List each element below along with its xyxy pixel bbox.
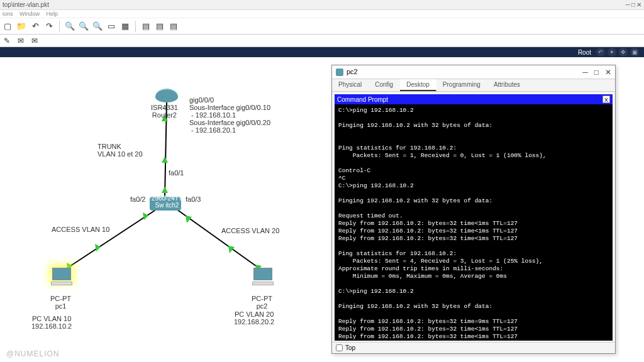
top-checkbox-label: Top [345,344,355,351]
command-prompt-header[interactable]: Command Prompt X [335,94,613,104]
svg-marker-6 [143,212,148,220]
svg-marker-5 [162,187,168,193]
menubar: ions Window Help [0,10,644,18]
pc1-device[interactable] [50,268,74,292]
port-fa01: fa0/1 [169,169,184,177]
zoom-out-icon[interactable]: 🔍 [79,21,89,31]
edit-icon[interactable]: ✎ [3,36,11,45]
pc1-note: PC VLAN 10 192.168.10.2 [31,315,72,330]
router-label: ISR4331Router2 [151,104,178,119]
grid-icon[interactable]: ▦ [120,21,130,31]
separator [135,21,136,32]
port-fa03: fa0/3 [186,195,201,203]
svg-marker-10 [228,246,235,253]
open-icon[interactable]: 📁 [16,21,26,31]
tab-attributes[interactable]: Attributes [487,79,527,91]
nav-layer-icon[interactable]: ▣ [630,48,639,57]
zoom-reset-icon[interactable]: 🔍 [92,21,103,31]
rect-icon[interactable]: ▭ [106,21,116,31]
svg-line-2 [175,208,263,271]
redo-icon[interactable]: ↷ [44,21,54,31]
pc2-label: PC-PTpc2 [252,295,272,310]
minimize-icon[interactable]: ─ [582,68,588,77]
svg-marker-9 [186,216,192,223]
router-device[interactable] [155,89,178,102]
nav-cluster-icon[interactable]: ✦ [608,48,616,57]
new-icon[interactable]: ▢ [3,21,13,31]
top-checkbox-row: Top [332,342,615,353]
access-vlan20: ACCESS VLAN 20 [221,227,279,234]
window-titlebar[interactable]: pc2 ─ □ ✕ [332,65,615,79]
list1-icon[interactable]: ▤ [141,21,151,31]
access-vlan10: ACCESS VLAN 10 [52,226,109,233]
window-tabs: Physical Config Desktop Programming Attr… [332,79,615,92]
file-path: top\inter-vlan.pkt [3,0,49,9]
minimize-icon[interactable]: ─ [626,0,630,9]
tab-desktop[interactable]: Desktop [400,79,436,91]
tab-programming[interactable]: Programming [436,79,487,91]
close-icon[interactable]: ✕ [636,0,641,9]
svg-marker-7 [95,244,101,251]
close-icon[interactable]: ✕ [605,68,611,77]
tab-config[interactable]: Config [369,79,400,91]
tab-physical[interactable]: Physical [332,79,369,91]
list2-icon[interactable]: ▤ [155,21,165,31]
svg-marker-4 [162,156,168,163]
menu-item[interactable]: Help [47,11,58,17]
svg-line-1 [63,208,158,271]
menu-item[interactable]: ions [3,11,13,17]
nav-back-icon[interactable]: ↶ [596,48,605,57]
pc2-note: PC VLAN 20 192.168.20.2 [234,310,274,326]
maximize-icon[interactable]: □ [631,0,635,9]
mail-open-icon[interactable]: ✉ [30,36,39,45]
menu-item[interactable]: Window [19,11,40,17]
zoom-in-icon[interactable]: 🔍 [65,21,75,31]
mail-icon[interactable]: ✉ [16,36,25,45]
watermark: @NUMELION [6,349,60,358]
port-fa02: fa0/2 [130,195,145,203]
cmd-close-icon[interactable]: X [602,96,610,103]
terminal-output[interactable]: C:\>ping 192.168.10.2 Pinging 192.168.10… [335,104,613,341]
window-title: pc2 [347,68,358,75]
nav-move-icon[interactable]: ✥ [619,48,628,57]
list3-icon[interactable]: ▤ [169,21,179,31]
pc2-device[interactable] [251,268,275,292]
pc2-window[interactable]: pc2 ─ □ ✕ Physical Config Desktop Progra… [331,65,616,354]
main-toolbar: ▢ 📁 ↶ ↷ 🔍 🔍 🔍 ▭ ▦ ▤ ▤ ▤ [0,18,644,35]
maximize-icon[interactable]: □ [594,68,599,77]
trunk-label: TRUNK VLAN 10 et 20 [97,143,143,158]
undo-icon[interactable]: ↶ [30,21,40,31]
pc1-label: PC-PTpc1 [50,295,71,310]
root-label: Root [578,49,591,56]
navigation-bar: Root ↶ ✦ ✥ ▣ [0,47,644,57]
app-icon [336,69,343,76]
router-config-note: gig0/0/0 Sous-Interface gig0/0/0.10 - 19… [189,96,270,134]
secondary-toolbar: ✎ ✉ ✉ [0,35,644,47]
app-titlebar: top\inter-vlan.pkt ─ □ ✕ [0,0,644,10]
top-checkbox[interactable] [336,344,343,351]
separator [59,21,60,32]
cmd-title: Command Prompt [337,96,388,103]
switch-label: 2960-24TT Sw itch2 [152,195,182,209]
